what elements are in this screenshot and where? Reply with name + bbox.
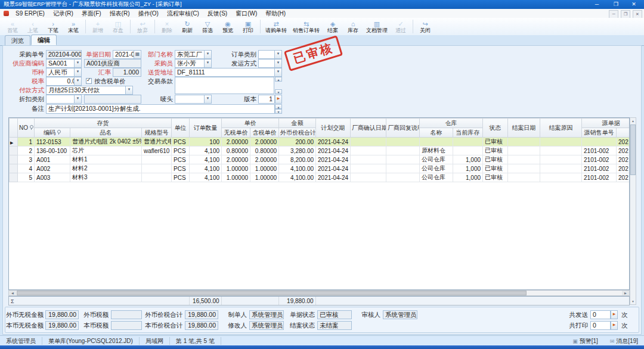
- grid-cell[interactable]: 202: [617, 173, 630, 182]
- grid-cell[interactable]: [508, 164, 540, 173]
- remark-field[interactable]: 生产计划[202103-0001]分解生成.: [46, 104, 275, 114]
- printed-count-spin-button[interactable]: [611, 321, 618, 330]
- order-type-dropdown-button[interactable]: [274, 50, 282, 59]
- grid-horizontal-scrollbar[interactable]: [8, 290, 630, 296]
- toolbar-button-filter[interactable]: ▽筛选: [197, 18, 218, 35]
- col-header-wh-name[interactable]: 名称: [420, 128, 453, 138]
- col-header-close-reason[interactable]: 结案原因: [540, 119, 582, 138]
- mdi-close-button[interactable]: [633, 10, 642, 18]
- col-header-close-date[interactable]: 结案日期: [508, 119, 540, 138]
- table-row[interactable]: 4A002材料2PCS4,1001.000001.000004,100.0020…: [10, 164, 630, 173]
- grid-cell[interactable]: 已审核: [483, 155, 508, 164]
- col-header-price-taxed[interactable]: 含税单价: [250, 128, 279, 138]
- menu-item-0[interactable]: 记录(R): [49, 10, 78, 17]
- grid-cell[interactable]: 2021-04-24: [316, 138, 351, 147]
- scroll-down-arrow-icon[interactable]: [630, 298, 636, 304]
- grid-cell[interactable]: PCS: [172, 155, 190, 164]
- mdi-restore-button[interactable]: [621, 10, 630, 18]
- grid-cell[interactable]: [540, 155, 582, 164]
- version-field[interactable]: 1: [258, 95, 275, 104]
- col-header-qty[interactable]: 订单数量: [190, 119, 222, 138]
- col-header-vendor-reply[interactable]: 厂商回复说明: [386, 119, 420, 138]
- buyer-dropdown-button[interactable]: [204, 59, 212, 68]
- grid-cell[interactable]: 4,100: [190, 155, 222, 164]
- grid-cell[interactable]: [142, 164, 172, 173]
- toolbar-button-transfer-so[interactable]: ⇆销售订单转: [290, 18, 323, 35]
- grid-cell[interactable]: 1.00000: [250, 173, 279, 182]
- printed-count-field[interactable]: 0: [590, 321, 611, 330]
- currency-dropdown-button[interactable]: [74, 68, 82, 77]
- col-header-code[interactable]: 编码: [35, 128, 70, 138]
- tab-browse[interactable]: 浏览: [5, 35, 30, 45]
- grid-cell[interactable]: 普通片式电阻 2k 0402 ±5% 1/16W: [70, 138, 142, 147]
- grid-cell[interactable]: 4,100: [190, 164, 222, 173]
- status-messages[interactable]: ✉消息[19]: [604, 337, 644, 345]
- sent-count-spin-button[interactable]: [611, 310, 618, 319]
- vertical-scrollbar-thumb[interactable]: [630, 124, 636, 175]
- toolbar-button-transfer-pr[interactable]: ⇄请购单转: [262, 18, 290, 35]
- menu-item-2[interactable]: 报表(R): [106, 10, 134, 17]
- col-header-source-so[interactable]: 源销售单号: [582, 128, 617, 138]
- remark-scroll-down-button[interactable]: [275, 109, 282, 114]
- window-minimize-button[interactable]: [588, 0, 606, 8]
- mdi-minimize-button[interactable]: [609, 10, 618, 18]
- grid-cell[interactable]: [142, 155, 172, 164]
- grid-cell[interactable]: 2.00000: [222, 138, 250, 147]
- grid-cell[interactable]: 5: [18, 173, 35, 182]
- grid-cell[interactable]: [351, 138, 386, 147]
- group-header-inventory[interactable]: 存货: [35, 119, 172, 128]
- grid-cell[interactable]: 材料1: [70, 155, 142, 164]
- grid-cell[interactable]: PCS: [172, 164, 190, 173]
- grid-cell[interactable]: 4,100: [190, 147, 222, 155]
- grid-cell[interactable]: 已审核: [483, 147, 508, 155]
- grid-cell[interactable]: 4,100.00: [279, 164, 316, 173]
- window-close-button[interactable]: [625, 0, 643, 8]
- terms-field[interactable]: [175, 77, 274, 94]
- grid-cell[interactable]: 公司仓库: [420, 164, 453, 173]
- mark-dropdown-button[interactable]: [204, 95, 212, 104]
- grid-cell[interactable]: [386, 147, 420, 155]
- grid-cell[interactable]: [142, 173, 172, 182]
- grid-cell[interactable]: 3: [18, 155, 35, 164]
- toolbar-button-inventory[interactable]: ⌂库存: [343, 18, 363, 35]
- grid-cell[interactable]: 100: [190, 138, 222, 147]
- grid-cell[interactable]: 2021-04-24: [316, 155, 351, 164]
- status-alerts[interactable]: ▣预警[1]: [566, 337, 604, 345]
- grid-cell[interactable]: [508, 147, 540, 155]
- payment-field[interactable]: 月结25日30天付款: [46, 86, 133, 95]
- toolbar-button-documents[interactable]: ▥文档管理: [363, 18, 391, 35]
- grid-cell[interactable]: 4,100.00: [279, 173, 316, 182]
- grid-cell[interactable]: 普通片式电阻…: [142, 138, 172, 147]
- table-row[interactable]: 3A001材料1PCS4,1002.000002.000008,200.0020…: [10, 155, 630, 164]
- grid-cell[interactable]: 1.00000: [222, 173, 250, 182]
- version-spin-button[interactable]: [275, 95, 282, 104]
- sent-count-field[interactable]: 0: [590, 310, 611, 319]
- row-selector[interactable]: [10, 164, 18, 173]
- toolbar-button-last[interactable]: »末笔: [63, 18, 83, 35]
- col-header-unit[interactable]: 单位: [172, 119, 190, 138]
- scroll-up-arrow-icon[interactable]: [630, 118, 636, 124]
- grid-cell[interactable]: 3,280.00: [279, 147, 316, 155]
- group-header-warehouse[interactable]: 仓库: [420, 119, 483, 128]
- table-row[interactable]: 5A003材料3PCS4,1001.000001.000004,100.0020…: [10, 173, 630, 182]
- ship-method-dropdown-button[interactable]: [274, 59, 282, 68]
- tax-rate-dropdown-button[interactable]: [74, 77, 82, 86]
- menu-item-7[interactable]: 帮助(H): [261, 10, 290, 17]
- col-header-amount-total[interactable]: 外币价税合计: [279, 128, 316, 138]
- grid-cell[interactable]: [540, 138, 582, 147]
- scroll-right-arrow-icon[interactable]: [622, 291, 629, 295]
- col-header-source-clipped[interactable]: [617, 128, 630, 138]
- grid-cell[interactable]: 2021-04-24: [316, 173, 351, 182]
- grid-cell[interactable]: [540, 164, 582, 173]
- grid-cell[interactable]: 112-0153: [35, 138, 70, 147]
- terms-scroll-down-button[interactable]: [275, 89, 282, 94]
- grid-cell[interactable]: 2: [18, 147, 35, 155]
- grid-cell[interactable]: [508, 138, 540, 147]
- window-maximize-button[interactable]: [607, 0, 625, 8]
- horizontal-scrollbar-thumb[interactable]: [17, 291, 527, 295]
- grid-cell[interactable]: [386, 138, 420, 147]
- doc-date-calendar-button[interactable]: [134, 50, 141, 59]
- grid-cell[interactable]: [453, 147, 483, 155]
- grid-cell[interactable]: [351, 147, 386, 155]
- tab-edit[interactable]: 编辑: [31, 35, 57, 45]
